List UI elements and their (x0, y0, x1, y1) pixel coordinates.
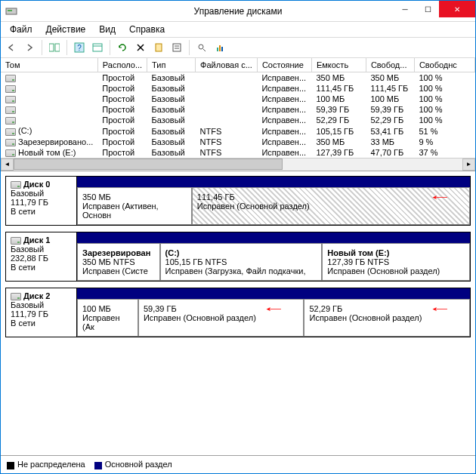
legend-swatch-primary (94, 462, 102, 469)
svg-rect-2 (49, 44, 54, 51)
col-volume[interactable]: Том (1, 58, 97, 72)
menu-file[interactable]: Файл (4, 23, 39, 36)
table-row[interactable]: (C:)ПростойБазовыйNTFSИсправен...105,15 … (1, 125, 475, 136)
arrow-annotation: ← (428, 189, 452, 205)
properties-button[interactable] (151, 40, 166, 55)
minimize-button[interactable]: ─ (394, 1, 416, 17)
arrow-annotation: ← (261, 301, 286, 317)
disk-info: Диск 1Базовый232,88 ГБВ сети (6, 232, 77, 281)
legend: Не распределена Основной раздел (1, 455, 475, 473)
table-row[interactable]: ПростойБазовыйИсправен...111,45 ГБ111,45… (1, 83, 475, 94)
delete-button[interactable] (133, 40, 148, 55)
menu-action[interactable]: Действие (40, 23, 92, 36)
drive-icon (5, 128, 16, 136)
arrow-annotation: ← (428, 301, 452, 317)
back-button[interactable] (4, 40, 19, 55)
disk-stripe (77, 232, 470, 243)
scroll-left-button[interactable]: ◄ (1, 159, 14, 171)
partition[interactable]: 111,45 ГБИсправен (Основной раздел)← (192, 187, 470, 225)
drive-icon (5, 117, 16, 125)
help-button[interactable]: ? (72, 40, 87, 55)
app-icon (5, 5, 17, 17)
legend-primary: Основной раздел (105, 460, 172, 469)
disk-map: Диск 0Базовый111,79 ГБВ сети350 МБИсправ… (1, 171, 475, 455)
scroll-right-button[interactable]: ► (462, 159, 475, 171)
col-type[interactable]: Тип (147, 58, 196, 72)
partition[interactable]: Зарезервирован350 МБ NTFSИсправен (Систе (77, 243, 160, 281)
svg-point-12 (199, 45, 203, 49)
disk-stripe (77, 177, 470, 187)
drive-icon (5, 149, 16, 157)
panes-button[interactable] (47, 40, 62, 55)
close-button[interactable]: ✕ (439, 1, 475, 17)
drive-icon (5, 139, 16, 146)
col-freep[interactable]: Свободнс (414, 58, 474, 72)
table-row[interactable]: ПростойБазовыйИсправен...59,39 ГБ59,39 Г… (1, 104, 475, 115)
col-layout[interactable]: Располо... (97, 58, 147, 72)
menu-bar: Файл Действие Вид Справка (1, 22, 475, 37)
maximize-button[interactable]: ☐ (416, 1, 439, 17)
disk-icon (11, 237, 21, 245)
scroll-thumb[interactable] (14, 159, 283, 170)
table-row[interactable]: Новый том (E:)ПростойБазовыйNTFSИсправен… (1, 147, 475, 158)
col-capacity[interactable]: Емкость (311, 58, 366, 72)
legend-unallocated: Не распределена (17, 460, 85, 469)
svg-line-13 (203, 49, 206, 51)
refresh-button[interactable] (115, 40, 130, 55)
disk-stripe (77, 288, 470, 299)
disk-row: Диск 2Базовый111,79 ГБВ сети100 МБИсправ… (5, 288, 471, 337)
view-button[interactable] (90, 40, 105, 55)
column-headers[interactable]: Том Располо... Тип Файловая с... Состоян… (1, 58, 475, 72)
partition[interactable]: 100 МБИсправен (Ак (77, 299, 138, 337)
table-row[interactable]: ПростойБазовыйИсправен...52,29 ГБ52,29 Г… (1, 115, 475, 125)
menu-help[interactable]: Справка (123, 23, 171, 36)
title-bar: Управление дисками ─ ☐ ✕ (1, 1, 475, 22)
svg-rect-1 (8, 10, 12, 11)
horizontal-scrollbar[interactable]: ◄ ► (1, 158, 475, 171)
svg-rect-6 (93, 44, 102, 51)
drive-icon (5, 106, 16, 114)
disk-icon (11, 293, 21, 300)
partition[interactable]: 350 МБИсправен (Активен, Основн (77, 187, 192, 225)
partition[interactable]: 59,39 ГБИсправен (Основной раздел)← (138, 299, 304, 337)
svg-rect-14 (217, 48, 218, 51)
svg-rect-3 (55, 44, 60, 51)
table-row[interactable]: ПростойБазовыйИсправен...350 МБ350 МБ100… (1, 72, 475, 84)
menu-view[interactable]: Вид (93, 23, 122, 36)
legend-swatch-unallocated (7, 462, 14, 469)
partition[interactable]: (C:)105,15 ГБ NTFSИсправен (Загрузка, Фа… (160, 243, 323, 281)
options-button[interactable] (169, 40, 184, 55)
drive-icon (5, 96, 16, 103)
disk-icon (11, 181, 21, 189)
svg-rect-16 (221, 47, 223, 51)
volume-list[interactable]: Том Располо... Тип Файловая с... Состоян… (1, 58, 475, 171)
disk-row: Диск 1Базовый232,88 ГБВ сетиЗарезервиров… (5, 232, 471, 282)
partition[interactable]: Новый том (E:)127,39 ГБ NTFSИсправен (Ос… (322, 243, 470, 281)
disk-row: Диск 0Базовый111,79 ГБВ сети350 МБИсправ… (5, 176, 471, 226)
svg-rect-15 (219, 45, 221, 51)
svg-text:?: ? (77, 44, 82, 52)
table-row[interactable]: Зарезервировано...ПростойБазовыйNTFSИспр… (1, 137, 475, 147)
forward-button[interactable] (22, 40, 37, 55)
svg-rect-8 (156, 44, 162, 51)
table-row[interactable]: ПростойБазовыйИсправен...100 МБ100 МБ100… (1, 94, 475, 104)
find-button[interactable] (194, 40, 209, 55)
drive-icon (5, 75, 16, 82)
chart-button[interactable] (212, 40, 227, 55)
window-title: Управление дисками (194, 6, 283, 17)
toolbar: ? (1, 37, 475, 58)
drive-icon (5, 85, 16, 93)
disk-info: Диск 2Базовый111,79 ГБВ сети (6, 288, 77, 337)
svg-rect-9 (173, 44, 181, 51)
partition[interactable]: 52,29 ГБИсправен (Основной раздел)← (304, 299, 470, 337)
disk-info: Диск 0Базовый111,79 ГБВ сети (6, 177, 77, 225)
col-state[interactable]: Состояние (257, 58, 311, 72)
col-free[interactable]: Свобод... (366, 58, 414, 72)
col-fs[interactable]: Файловая с... (196, 58, 258, 72)
